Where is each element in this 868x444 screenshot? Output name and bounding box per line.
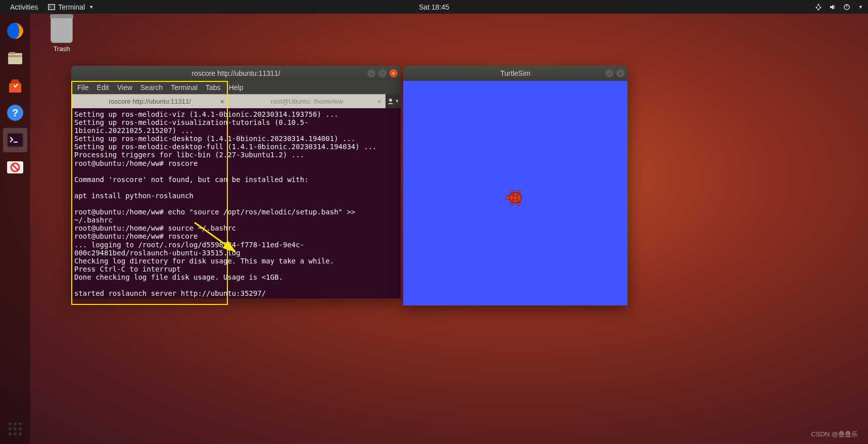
system-tray[interactable]: ▼ xyxy=(815,4,863,11)
turtlesim-title: TurtleSim xyxy=(500,69,530,77)
activities-button[interactable]: Activities xyxy=(5,3,43,11)
dock-files[interactable] xyxy=(3,46,27,70)
power-icon[interactable] xyxy=(843,4,850,11)
turtlesim-window: TurtleSim – × xyxy=(403,66,628,305)
network-icon[interactable] xyxy=(815,4,822,11)
turtlesim-titlebar[interactable]: TurtleSim – × xyxy=(403,66,628,81)
minimize-button[interactable]: – xyxy=(367,69,375,77)
terminal-tab-inactive[interactable]: root@Ubuntu: /home/ww × xyxy=(228,94,385,108)
dock-terminal[interactable] xyxy=(3,128,27,152)
turtlesim-canvas[interactable] xyxy=(403,81,628,305)
svg-point-22 xyxy=(506,196,510,200)
tab-close-icon[interactable]: × xyxy=(220,98,224,106)
menu-file[interactable]: File xyxy=(77,83,89,92)
dock-blocked-app[interactable] xyxy=(3,155,27,180)
show-applications-button[interactable] xyxy=(5,419,25,439)
svg-rect-15 xyxy=(8,134,22,146)
chevron-down-icon: ▼ xyxy=(395,99,400,104)
svg-point-23 xyxy=(510,190,513,193)
desktop-trash[interactable]: Trash xyxy=(51,18,73,53)
terminal-title: roscore http://ubuntu:11311/ xyxy=(191,69,280,77)
svg-rect-7 xyxy=(846,4,847,7)
chevron-down-icon: ▼ xyxy=(89,5,93,10)
dock-help[interactable]: ? xyxy=(3,101,27,125)
svg-rect-11 xyxy=(9,52,15,54)
trash-label: Trash xyxy=(51,45,73,53)
close-button[interactable]: × xyxy=(390,69,398,77)
chevron-down-icon: ▼ xyxy=(858,5,863,10)
clock[interactable]: Sat 18:45 xyxy=(419,3,449,11)
top-panel: Activities Terminal ▼ Sat 18:45 ▼ xyxy=(0,0,868,14)
person-icon xyxy=(387,98,394,105)
terminal-tabbar: roscore http://ubuntu:11311/ × root@Ubun… xyxy=(71,94,401,108)
menu-tabs[interactable]: Tabs xyxy=(206,83,221,92)
minimize-button[interactable]: – xyxy=(605,69,613,77)
svg-rect-16 xyxy=(14,142,18,143)
svg-rect-10 xyxy=(8,55,22,57)
terminal-menubar: File Edit View Search Terminal Tabs Help xyxy=(71,81,401,94)
terminal-titlebar[interactable]: roscore http://ubuntu:11311/ – □ × xyxy=(71,66,401,81)
close-button[interactable]: × xyxy=(616,69,624,77)
new-tab-button[interactable]: ▼ xyxy=(385,94,401,108)
dock-firefox[interactable] xyxy=(3,19,27,43)
menu-terminal[interactable]: Terminal xyxy=(171,83,198,92)
menu-view[interactable]: View xyxy=(117,83,132,92)
tab-label: roscore http://ubuntu:11311/ xyxy=(109,98,191,105)
terminal-icon xyxy=(48,4,55,10)
terminal-output[interactable]: Setting up ros-melodic-viz (1.4.1-0bioni… xyxy=(71,108,401,298)
dock-software[interactable] xyxy=(3,73,27,98)
svg-point-25 xyxy=(510,202,513,205)
terminal-window: roscore http://ubuntu:11311/ – □ × File … xyxy=(71,66,401,298)
watermark: CSDN @叠叠乐 xyxy=(811,430,858,439)
maximize-button[interactable]: □ xyxy=(378,69,387,77)
turtle-icon xyxy=(505,189,526,207)
svg-text:?: ? xyxy=(12,107,18,118)
menu-search[interactable]: Search xyxy=(140,83,163,92)
svg-point-24 xyxy=(517,190,520,193)
trash-icon xyxy=(51,18,73,43)
tab-close-icon[interactable]: × xyxy=(377,98,381,106)
menu-edit[interactable]: Edit xyxy=(97,83,109,92)
app-menu[interactable]: Terminal ▼ xyxy=(43,3,99,11)
svg-point-26 xyxy=(517,202,520,205)
svg-rect-9 xyxy=(8,53,22,64)
app-menu-label: Terminal xyxy=(58,3,85,11)
volume-icon[interactable] xyxy=(829,4,836,11)
tab-label: root@Ubuntu: /home/ww xyxy=(271,98,343,105)
svg-point-21 xyxy=(509,193,521,203)
svg-point-19 xyxy=(389,99,392,102)
terminal-tab-active[interactable]: roscore http://ubuntu:11311/ × xyxy=(71,94,228,108)
menu-help[interactable]: Help xyxy=(229,83,244,92)
svg-rect-1 xyxy=(49,5,55,9)
dock: ? xyxy=(0,14,30,444)
